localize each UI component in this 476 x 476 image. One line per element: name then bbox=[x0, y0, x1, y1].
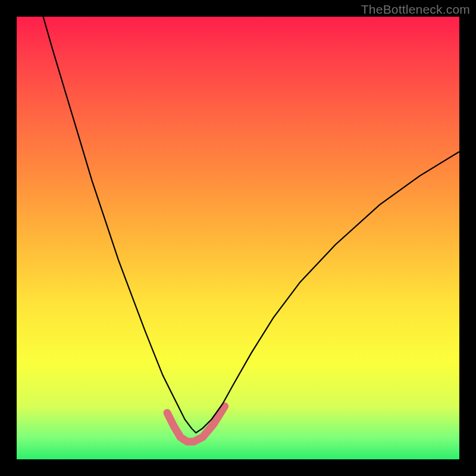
chart-svg bbox=[17, 17, 459, 459]
series-black-curve bbox=[43, 17, 459, 433]
chart-frame: TheBottleneck.com bbox=[0, 0, 476, 476]
series-pink-flat bbox=[167, 406, 225, 442]
watermark-text: TheBottleneck.com bbox=[361, 2, 470, 17]
chart-plot-area bbox=[17, 17, 459, 459]
